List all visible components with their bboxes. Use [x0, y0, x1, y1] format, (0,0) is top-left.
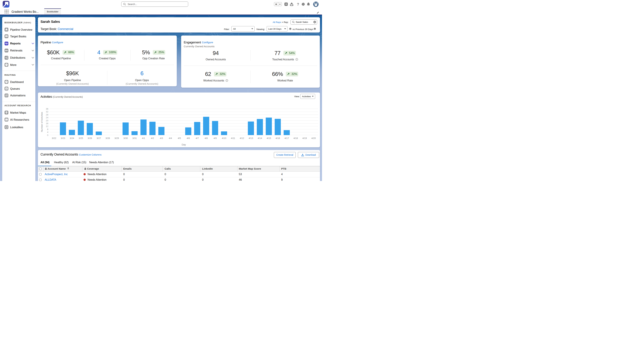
svg-text:3/24: 3/24 — [70, 137, 74, 139]
svg-text:3/30: 3/30 — [123, 137, 128, 139]
svg-text:4: 4 — [47, 131, 48, 133]
svg-text:32: 32 — [46, 110, 48, 113]
svg-text:3/31: 3/31 — [132, 137, 137, 139]
svg-text:36: 36 — [46, 107, 48, 110]
svg-text:20: 20 — [46, 119, 48, 122]
svg-text:4/13: 4/13 — [248, 137, 253, 139]
svg-text:8: 8 — [47, 128, 48, 130]
svg-text:4/18: 4/18 — [293, 137, 298, 139]
svg-text:3/26: 3/26 — [88, 137, 92, 139]
svg-text:4/5: 4/5 — [178, 137, 181, 139]
svg-text:3/28: 3/28 — [106, 137, 110, 139]
svg-text:Number of Activities: Number of Activities — [40, 112, 43, 132]
svg-text:4/7: 4/7 — [196, 137, 199, 139]
svg-text:4/10: 4/10 — [222, 137, 226, 139]
svg-text:3/27: 3/27 — [96, 137, 101, 139]
svg-text:4/16: 4/16 — [276, 137, 280, 139]
svg-text:4/2: 4/2 — [151, 137, 154, 139]
svg-text:4/19: 4/19 — [302, 137, 307, 139]
svg-text:4/8: 4/8 — [204, 137, 208, 139]
svg-text:4/9: 4/9 — [214, 137, 217, 139]
svg-text:24: 24 — [46, 116, 48, 119]
svg-text:4/11: 4/11 — [231, 137, 235, 139]
svg-text:4/1: 4/1 — [142, 137, 145, 139]
svg-text:12: 12 — [46, 125, 48, 128]
svg-text:0: 0 — [47, 134, 48, 136]
svg-text:4/4: 4/4 — [169, 137, 172, 139]
svg-text:16: 16 — [46, 122, 48, 124]
svg-text:4/3: 4/3 — [160, 137, 163, 139]
svg-text:4/12: 4/12 — [240, 137, 244, 139]
svg-text:4/20: 4/20 — [311, 137, 316, 139]
svg-text:4/14: 4/14 — [258, 137, 262, 139]
svg-text:3/29: 3/29 — [114, 137, 119, 139]
svg-text:?: ? — [297, 2, 299, 6]
svg-text:4/6: 4/6 — [187, 137, 190, 139]
svg-text:4/17: 4/17 — [284, 137, 289, 139]
svg-text:3/25: 3/25 — [78, 137, 83, 139]
svg-text:3/22: 3/22 — [52, 137, 56, 139]
svg-text:28: 28 — [46, 113, 48, 116]
svg-text:4/15: 4/15 — [266, 137, 271, 139]
svg-text:3/23: 3/23 — [61, 137, 65, 139]
svg-text:Day: Day — [182, 143, 186, 146]
